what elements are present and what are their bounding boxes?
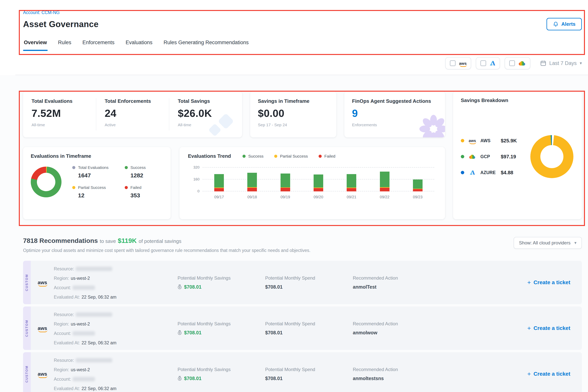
chevron-down-icon: ▾ bbox=[580, 61, 582, 66]
custom-tag: CUSTOM bbox=[23, 261, 31, 304]
legend-aws: aws AWS $25.9K bbox=[461, 138, 517, 144]
summary-card: Total Evaluations 7.52M All-time Total E… bbox=[23, 91, 242, 138]
plus-icon: + bbox=[527, 280, 531, 286]
redacted-account-value bbox=[73, 377, 95, 381]
legend-success: Success 1282 bbox=[125, 165, 146, 179]
region-value: us-west-2 bbox=[71, 276, 90, 281]
resource-details: Resource: Region: us-west-2 Account: Eva… bbox=[54, 265, 178, 300]
spend-value: $708.01 bbox=[265, 376, 353, 381]
custom-tag: CUSTOM bbox=[23, 352, 31, 392]
recommendation-card: aws Resource: Region: us-west-2 Account:… bbox=[31, 306, 582, 350]
finops-flower-icon bbox=[419, 114, 445, 138]
spend-value: $708.01 bbox=[265, 330, 353, 336]
custom-tag-label: CUSTOM bbox=[25, 320, 29, 337]
azure-checkbox[interactable] bbox=[480, 60, 486, 66]
svg-text:$: $ bbox=[179, 378, 180, 380]
custom-tag-label: CUSTOM bbox=[25, 274, 29, 291]
potential-monthly-spend: Potential Monthly Spend $708.01 bbox=[265, 321, 353, 336]
legend-gcp: GCP $97.19 bbox=[461, 154, 517, 160]
cloud-provider-filter-label: Show: All cloud providers bbox=[519, 240, 570, 246]
spend-value: $708.01 bbox=[265, 284, 353, 290]
savings-value: $708.01 bbox=[184, 376, 202, 381]
filter-bar: aws Last 7 Days ▾ bbox=[0, 51, 588, 75]
money-bag-icon: $ bbox=[178, 284, 182, 290]
cloud-provider-filter-dropdown[interactable]: Show: All cloud providers ▾ bbox=[514, 237, 582, 249]
azure-icon bbox=[468, 170, 477, 175]
alerts-button-label: Alerts bbox=[561, 21, 576, 27]
aws-icon: aws bbox=[36, 326, 54, 331]
evaluations-trend-chart: 320 160 0 09/1709/1809/1909/2009/2109/22… bbox=[188, 167, 436, 199]
chevron-down-icon: ▾ bbox=[574, 240, 576, 246]
aws-icon: aws bbox=[36, 372, 54, 376]
recommendation-row: CUSTOM aws Resource: Region: us-west-2 A… bbox=[23, 261, 582, 304]
account-breadcrumb[interactable]: Account: CCM-NG bbox=[23, 10, 60, 15]
potential-monthly-savings: Potential Monthly Savings $ $708.01 bbox=[178, 367, 265, 381]
trend-bar bbox=[413, 180, 422, 192]
tab-enforcements[interactable]: Enforcements bbox=[82, 38, 115, 51]
recommended-action: Recommended Action anmoltestsns bbox=[353, 367, 527, 381]
aws-icon: aws bbox=[459, 61, 467, 65]
gcp-checkbox[interactable] bbox=[509, 60, 515, 66]
date-range-select[interactable]: Last 7 Days ▾ bbox=[540, 60, 582, 66]
trend-x-label: 09/20 bbox=[302, 195, 335, 199]
money-bag-icon: $ bbox=[178, 376, 182, 381]
main-content: Total Evaluations 7.52M All-time Total E… bbox=[0, 75, 588, 392]
svg-text:$: $ bbox=[179, 332, 180, 334]
total-evaluations-stat: Total Evaluations 7.52M All-time bbox=[23, 98, 96, 130]
recommendation-card: aws Resource: Region: us-west-2 Account:… bbox=[31, 261, 582, 304]
savings-value: $708.01 bbox=[184, 284, 202, 290]
recommended-action: Recommended Action anmolTest bbox=[353, 275, 527, 290]
aws-filter-toggle[interactable]: aws bbox=[445, 57, 471, 69]
alerts-button[interactable]: Alerts bbox=[546, 18, 582, 30]
evaluated-at-value: 22 Sep, 06:32 am bbox=[82, 294, 116, 300]
date-range-label: Last 7 Days bbox=[549, 60, 577, 66]
aws-icon: aws bbox=[469, 139, 476, 142]
recommended-action: Recommended Action anmolwow bbox=[353, 321, 527, 336]
recommendations-section: 7818 Recommendationsto save$119Kof poten… bbox=[23, 237, 582, 392]
create-ticket-label: Create a ticket bbox=[534, 325, 570, 331]
asset-governance-page: Account: CCM-NG Asset Governance Alerts … bbox=[0, 0, 588, 392]
savings-breakdown-legend: aws AWS $25.9K GCP $97.19 bbox=[461, 138, 517, 176]
gcp-icon bbox=[468, 154, 477, 159]
recommendation-row: CUSTOM aws Resource: Region: us-west-2 A… bbox=[23, 306, 582, 350]
custom-tag-label: CUSTOM bbox=[25, 366, 29, 382]
total-enforcements-stat: Total Enforcements 24 Active bbox=[96, 98, 169, 130]
trend-bar bbox=[280, 174, 290, 192]
trend-bar bbox=[214, 174, 224, 192]
create-ticket-button[interactable]: + Create a ticket bbox=[527, 280, 573, 286]
plus-icon: + bbox=[527, 325, 531, 331]
trend-x-label: 09/23 bbox=[401, 195, 434, 199]
action-value: anmoltestsns bbox=[353, 376, 527, 381]
redacted-account-value bbox=[73, 286, 95, 290]
resource-details: Resource: Region: us-west-2 Account: Eva… bbox=[54, 310, 178, 346]
recommendation-list: CUSTOM aws Resource: Region: us-west-2 A… bbox=[23, 261, 582, 392]
trend-x-label: 09/22 bbox=[368, 195, 401, 199]
evaluations-donut-chart bbox=[31, 166, 62, 197]
resource-details: Resource: Region: us-west-2 Account: Eva… bbox=[54, 356, 178, 392]
tab-rules-generating-recommendations[interactable]: Rules Generating Recommendations bbox=[163, 38, 250, 51]
tab-rules[interactable]: Rules bbox=[57, 38, 72, 51]
trend-x-label: 09/18 bbox=[236, 195, 269, 199]
trend-bar bbox=[247, 173, 257, 192]
tab-overview[interactable]: Overview bbox=[23, 38, 48, 51]
legend-total-evaluations: Total Evaluations 1647 bbox=[72, 165, 108, 179]
create-ticket-label: Create a ticket bbox=[534, 371, 570, 377]
trend-bar bbox=[380, 172, 390, 192]
trend-legend-success: Success bbox=[242, 154, 264, 158]
bell-icon bbox=[553, 21, 558, 27]
redacted-account-value bbox=[73, 331, 95, 336]
create-ticket-button[interactable]: + Create a ticket bbox=[527, 325, 573, 331]
page-header: Account: CCM-NG Asset Governance Alerts … bbox=[0, 0, 588, 51]
trend-bar bbox=[347, 174, 356, 192]
tab-evaluations[interactable]: Evaluations bbox=[125, 38, 153, 51]
trend-x-label: 09/17 bbox=[202, 195, 236, 199]
savings-value: $708.01 bbox=[184, 330, 202, 336]
legend-azure: AZURE $4.88 bbox=[461, 170, 517, 176]
legend-failed: Failed 353 bbox=[125, 185, 146, 199]
gcp-filter-toggle[interactable] bbox=[504, 57, 530, 69]
azure-filter-toggle[interactable] bbox=[476, 57, 500, 69]
action-value: anmolwow bbox=[353, 330, 527, 336]
aws-checkbox[interactable] bbox=[450, 60, 456, 66]
redacted-resource-value bbox=[76, 358, 112, 362]
create-ticket-button[interactable]: + Create a ticket bbox=[527, 371, 573, 377]
